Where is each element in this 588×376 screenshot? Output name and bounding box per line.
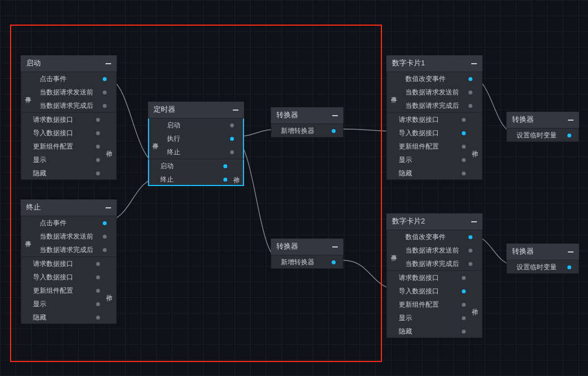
- actions-row[interactable]: 导入数据接口: [386, 284, 482, 298]
- actions-row[interactable]: 启动: [148, 159, 244, 173]
- node-header[interactable]: 转换器: [506, 112, 579, 128]
- port-dot[interactable]: [462, 289, 466, 293]
- events-row[interactable]: 当数据请求完成后: [21, 243, 117, 256]
- port-dot[interactable]: [332, 129, 336, 133]
- node-conv4[interactable]: 转换器设置临时变量: [506, 244, 579, 274]
- port-dot[interactable]: [462, 145, 466, 149]
- node-header[interactable]: 终止: [21, 199, 117, 216]
- port-dot[interactable]: [103, 104, 107, 108]
- port-dot[interactable]: [103, 248, 107, 252]
- node-header[interactable]: 定时器: [148, 102, 244, 118]
- port-dot[interactable]: [96, 131, 100, 135]
- node-card1[interactable]: 数字卡片1数值改变事件当数据请求发送前当数据请求完成后事件请求数据接口导入数据接…: [386, 55, 482, 180]
- collapse-icon[interactable]: [106, 63, 111, 64]
- collapse-icon[interactable]: [106, 207, 111, 208]
- port-dot[interactable]: [223, 178, 227, 182]
- collapse-icon[interactable]: [332, 115, 338, 116]
- port-dot[interactable]: [103, 77, 107, 81]
- port-dot[interactable]: [96, 145, 100, 149]
- collapse-icon[interactable]: [568, 120, 573, 121]
- port-dot[interactable]: [567, 134, 571, 137]
- node-header[interactable]: 启动: [21, 55, 117, 72]
- events-row[interactable]: 启动: [148, 118, 244, 132]
- port-dot[interactable]: [96, 316, 100, 320]
- actions-row[interactable]: 导入数据接口: [386, 126, 482, 140]
- events-row[interactable]: 当数据请求完成后: [386, 257, 482, 270]
- collapse-icon[interactable]: [471, 221, 477, 222]
- port-dot[interactable]: [230, 137, 234, 141]
- node-header[interactable]: 转换器: [506, 244, 579, 260]
- actions-row[interactable]: 显示: [386, 311, 482, 325]
- actions-row[interactable]: 更新组件配置: [386, 140, 482, 153]
- port-dot[interactable]: [96, 275, 100, 279]
- collapse-icon[interactable]: [471, 63, 477, 64]
- events-row[interactable]: 执行: [148, 132, 244, 145]
- port-dot[interactable]: [462, 330, 466, 334]
- port-dot[interactable]: [567, 265, 571, 269]
- actions-row[interactable]: 导入数据接口: [21, 270, 117, 284]
- events-row[interactable]: 当数据请求发送前: [21, 85, 117, 99]
- port-dot[interactable]: [469, 91, 472, 94]
- events-row[interactable]: 当数据请求发送前: [386, 244, 482, 257]
- port-dot[interactable]: [462, 303, 466, 307]
- collapse-icon[interactable]: [233, 110, 238, 111]
- events-row[interactable]: 终止: [148, 145, 244, 159]
- port-dot[interactable]: [469, 104, 472, 108]
- actions-row[interactable]: 请求数据接口: [21, 113, 117, 126]
- port-dot[interactable]: [462, 131, 466, 135]
- converter-row[interactable]: 设置临时变量: [506, 128, 579, 142]
- node-card2[interactable]: 数字卡片2数值改变事件当数据请求发送前当数据请求完成后事件请求数据接口导入数据接…: [386, 213, 482, 338]
- actions-row[interactable]: 隐藏: [386, 325, 482, 338]
- node-stop[interactable]: 终止点击事件当数据请求发送前当数据请求完成后事件请求数据接口导入数据接口更新组件…: [21, 199, 117, 324]
- port-dot[interactable]: [462, 316, 466, 320]
- actions-row[interactable]: 请求数据接口: [386, 271, 482, 284]
- port-dot[interactable]: [103, 91, 107, 94]
- converter-row[interactable]: 新增转换器: [271, 255, 343, 269]
- port-dot[interactable]: [469, 249, 472, 253]
- node-header[interactable]: 转换器: [271, 239, 343, 255]
- actions-row[interactable]: 请求数据接口: [386, 113, 482, 126]
- events-row[interactable]: 点击事件: [21, 216, 117, 230]
- node-conv3[interactable]: 转换器设置临时变量: [506, 112, 579, 142]
- port-dot[interactable]: [96, 289, 100, 293]
- actions-row[interactable]: 更新组件配置: [21, 284, 117, 297]
- events-row[interactable]: 数值改变事件: [386, 230, 482, 244]
- port-dot[interactable]: [462, 172, 466, 175]
- port-dot[interactable]: [332, 260, 336, 264]
- actions-row[interactable]: 显示: [21, 153, 117, 166]
- events-row[interactable]: 当数据请求发送前: [21, 230, 117, 243]
- port-dot[interactable]: [96, 172, 100, 175]
- node-start[interactable]: 启动点击事件当数据请求发送前当数据请求完成后事件请求数据接口导入数据接口更新组件…: [21, 55, 117, 180]
- actions-row[interactable]: 导入数据接口: [21, 126, 117, 140]
- collapse-icon[interactable]: [332, 246, 338, 248]
- node-conv1[interactable]: 转换器新增转换器: [271, 107, 343, 137]
- port-dot[interactable]: [103, 221, 107, 225]
- port-dot[interactable]: [96, 158, 100, 162]
- node-timer[interactable]: 定时器启动执行终止事件启动终止动作: [148, 102, 244, 186]
- port-dot[interactable]: [469, 262, 472, 266]
- actions-row[interactable]: 更新组件配置: [386, 298, 482, 311]
- port-dot[interactable]: [96, 302, 100, 306]
- port-dot[interactable]: [230, 150, 234, 154]
- node-conv2[interactable]: 转换器新增转换器: [271, 239, 343, 269]
- actions-row[interactable]: 更新组件配置: [21, 140, 117, 153]
- port-dot[interactable]: [103, 235, 107, 239]
- converter-row[interactable]: 新增转换器: [271, 124, 343, 137]
- port-dot[interactable]: [96, 118, 100, 122]
- port-dot[interactable]: [230, 123, 234, 127]
- port-dot[interactable]: [96, 262, 100, 266]
- converter-row[interactable]: 设置临时变量: [506, 260, 579, 274]
- node-header[interactable]: 数字卡片2: [386, 213, 482, 230]
- events-row[interactable]: 点击事件: [21, 72, 117, 85]
- actions-row[interactable]: 隐藏: [21, 166, 117, 180]
- actions-row[interactable]: 隐藏: [21, 311, 117, 324]
- collapse-icon[interactable]: [568, 251, 573, 253]
- port-dot[interactable]: [469, 235, 472, 239]
- actions-row[interactable]: 显示: [21, 297, 117, 311]
- actions-row[interactable]: 请求数据接口: [21, 257, 117, 270]
- actions-row[interactable]: 隐藏: [386, 166, 482, 180]
- port-dot[interactable]: [462, 276, 466, 280]
- actions-row[interactable]: 显示: [386, 153, 482, 166]
- actions-row[interactable]: 终止: [148, 173, 244, 186]
- events-row[interactable]: 数值改变事件: [386, 72, 482, 85]
